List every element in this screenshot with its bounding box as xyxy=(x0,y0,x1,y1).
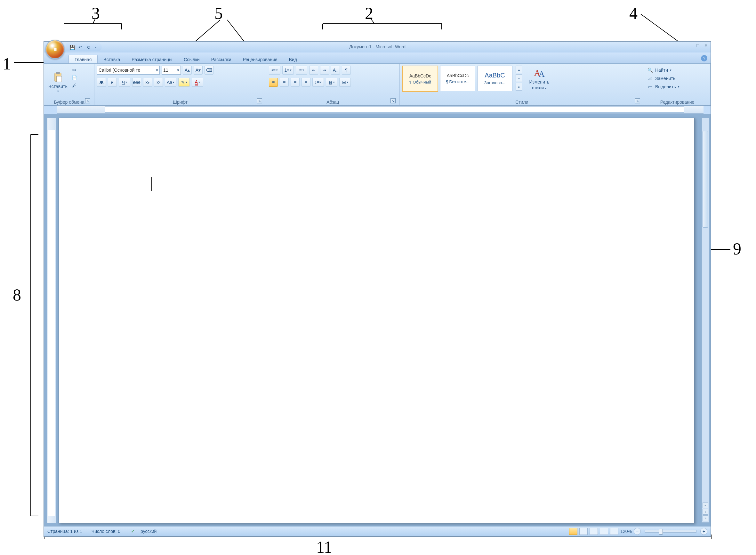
shading-button[interactable]: ▦▾ xyxy=(326,78,337,87)
format-painter-icon[interactable]: 🖌 xyxy=(71,82,78,89)
bullets-button[interactable]: •≡▾ xyxy=(269,66,280,75)
svg-rect-29 xyxy=(57,76,62,82)
shrink-font-button[interactable]: A▾ xyxy=(194,66,203,75)
copy-icon[interactable]: 📄 xyxy=(71,75,78,81)
font-color-button[interactable]: A▾ xyxy=(192,78,203,87)
maximize-button[interactable]: □ xyxy=(695,43,700,48)
justify-button[interactable]: ≡ xyxy=(301,78,310,87)
view-web[interactable] xyxy=(590,528,598,535)
show-marks-button[interactable]: ¶ xyxy=(342,66,351,75)
app-window: ⊞ 💾 ↶ ↻ ▾ Документ1 - Microsoft Word – □… xyxy=(44,41,711,537)
select-icon: ▭ xyxy=(647,84,653,90)
view-draft[interactable] xyxy=(610,528,618,535)
status-bar: Страница: 1 из 1 Число слов: 0 ✓ русский… xyxy=(44,526,711,536)
grow-font-button[interactable]: A▴ xyxy=(183,66,192,75)
zoom-thumb[interactable] xyxy=(659,529,663,535)
group-font-label: Шрифт ↘ xyxy=(97,99,263,105)
find-button[interactable]: 🔍 Найти▾ xyxy=(647,67,679,73)
view-full-screen[interactable] xyxy=(579,528,588,535)
title-bar: ⊞ 💾 ↶ ↻ ▾ Документ1 - Microsoft Word – □… xyxy=(44,42,711,52)
tab-insert[interactable]: Вставка xyxy=(98,55,126,63)
tab-home[interactable]: Главная xyxy=(69,55,98,63)
status-wordcount[interactable]: Число слов: 0 xyxy=(91,529,120,534)
styles-up-button[interactable]: ▴ xyxy=(516,66,522,73)
styles-more-button[interactable]: ≡ xyxy=(516,83,522,91)
zoom-slider[interactable] xyxy=(645,530,697,532)
style-heading1[interactable]: AaBbC Заголово... xyxy=(477,66,512,91)
change-case-button[interactable]: Aa▾ xyxy=(165,78,176,87)
font-size-combo[interactable]: 11▾ xyxy=(162,66,181,75)
outdent-button[interactable]: ⇤ xyxy=(309,66,318,75)
group-editing-label: Редактирование xyxy=(647,99,708,105)
ruler-horizontal[interactable] xyxy=(57,105,704,114)
status-page[interactable]: Страница: 1 из 1 xyxy=(47,529,82,534)
view-print-layout[interactable] xyxy=(569,528,577,535)
scrollbar-thumb[interactable] xyxy=(703,131,708,227)
underline-button[interactable]: Ч▾ xyxy=(119,78,130,87)
change-styles-button[interactable]: AA Изменить стили ▾ xyxy=(524,66,555,92)
clipboard-launcher[interactable]: ↘ xyxy=(85,98,90,103)
scrollbar-vertical[interactable]: « ○ » xyxy=(702,118,709,523)
tab-references[interactable]: Ссылки xyxy=(178,55,205,63)
callout-8: 8 xyxy=(13,286,21,304)
clear-format-button[interactable]: ⌫ xyxy=(205,66,213,75)
style-name: ¶ Обычный xyxy=(409,80,431,85)
status-language[interactable]: русский xyxy=(140,529,157,534)
sort-button[interactable]: A↓ xyxy=(331,66,340,75)
callout-9: 9 xyxy=(733,240,741,258)
font-launcher[interactable]: ↘ xyxy=(257,98,262,103)
tab-page-layout[interactable]: Разметка страницы xyxy=(126,55,178,63)
bold-button[interactable]: Ж xyxy=(97,78,106,87)
paste-button[interactable]: Вставить ▾ xyxy=(47,66,69,99)
browse-object-button[interactable]: ○ xyxy=(703,509,708,515)
styles-down-button[interactable]: ▾ xyxy=(516,74,522,82)
style-no-spacing[interactable]: AaBbCcDc ¶ Без инте... xyxy=(440,66,475,91)
zoom-out-button[interactable]: – xyxy=(634,528,641,535)
styles-launcher[interactable]: ↘ xyxy=(635,98,640,103)
ruler-vertical[interactable] xyxy=(47,118,56,523)
minimize-button[interactable]: – xyxy=(687,43,692,48)
document-page[interactable] xyxy=(58,118,695,523)
tab-review[interactable]: Рецензирование xyxy=(237,55,283,63)
align-left-button[interactable]: ≡ xyxy=(269,78,278,87)
office-button[interactable]: ⊞ xyxy=(45,40,65,59)
prev-page-button[interactable]: « xyxy=(703,503,708,508)
cut-icon[interactable]: ✂ xyxy=(71,67,78,73)
style-normal[interactable]: AaBbCcDc ¶ Обычный xyxy=(402,66,438,92)
font-family-combo[interactable]: Calibri (Основной те▾ xyxy=(97,66,160,75)
tab-view[interactable]: Вид xyxy=(283,55,303,63)
italic-button[interactable]: К xyxy=(108,78,117,87)
svg-rect-28 xyxy=(56,72,60,74)
zoom-level[interactable]: 120% xyxy=(620,529,632,534)
multilevel-button[interactable]: ≡▾ xyxy=(296,66,307,75)
window-controls: – □ ✕ xyxy=(687,43,709,48)
strike-button[interactable]: abc xyxy=(132,78,141,87)
tab-mailings[interactable]: Рассылки xyxy=(206,55,237,63)
align-center-button[interactable]: ≡ xyxy=(280,78,289,87)
paragraph-launcher[interactable]: ↘ xyxy=(390,98,395,103)
subscript-button[interactable]: x₂ xyxy=(143,78,152,87)
align-right-button[interactable]: ≡ xyxy=(291,78,300,87)
view-outline[interactable] xyxy=(600,528,608,535)
help-button[interactable]: ? xyxy=(701,55,707,61)
numbering-button[interactable]: 1≡▾ xyxy=(282,66,294,75)
replace-icon: ⇄ xyxy=(647,75,653,82)
callout-2: 2 xyxy=(365,4,373,23)
proof-icon[interactable]: ✓ xyxy=(130,528,136,535)
line-spacing-button[interactable]: ↕≡▾ xyxy=(312,78,324,87)
close-button[interactable]: ✕ xyxy=(704,43,709,48)
svg-line-11 xyxy=(641,14,678,42)
document-panel xyxy=(56,114,702,526)
next-page-button[interactable]: » xyxy=(703,515,708,521)
replace-button[interactable]: ⇄ Заменить xyxy=(647,75,679,82)
indent-button[interactable]: ⇥ xyxy=(320,66,329,75)
workspace: « ○ » xyxy=(44,114,711,526)
style-sample: AaBbCcDc xyxy=(447,73,469,78)
select-button[interactable]: ▭ Выделить▾ xyxy=(647,84,679,90)
style-sample: AaBbC xyxy=(485,72,505,79)
borders-button[interactable]: ⊞▾ xyxy=(339,78,351,87)
zoom-in-button[interactable]: + xyxy=(700,528,707,535)
superscript-button[interactable]: x² xyxy=(154,78,163,87)
change-styles-label1: Изменить xyxy=(529,79,549,85)
highlight-button[interactable]: ✎▾ xyxy=(178,78,190,87)
